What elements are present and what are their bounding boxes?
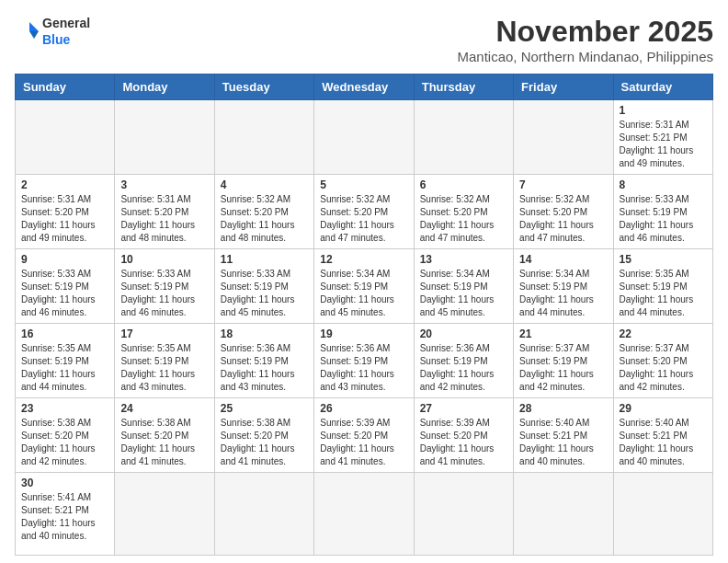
calendar-cell-w4-d1: 24Sunrise: 5:38 AM Sunset: 5:20 PM Dayli… — [115, 398, 214, 473]
day-info: Sunrise: 5:31 AM Sunset: 5:20 PM Dayligh… — [120, 193, 208, 245]
day-info: Sunrise: 5:32 AM Sunset: 5:20 PM Dayligh… — [519, 193, 607, 245]
day-number: 17 — [120, 327, 208, 340]
day-info: Sunrise: 5:33 AM Sunset: 5:19 PM Dayligh… — [221, 268, 308, 319]
day-number: 6 — [420, 178, 507, 191]
day-number: 4 — [221, 178, 308, 191]
calendar-table: Sunday Monday Tuesday Wednesday Thursday… — [15, 74, 713, 556]
logo: General Blue — [15, 15, 90, 48]
header-wednesday: Wednesday — [314, 75, 414, 100]
calendar-cell-w1-d6: 8Sunrise: 5:33 AM Sunset: 5:19 PM Daylig… — [613, 175, 712, 249]
calendar-cell-w1-d5: 7Sunrise: 5:32 AM Sunset: 5:20 PM Daylig… — [514, 175, 613, 249]
day-number: 13 — [420, 253, 507, 266]
day-number: 30 — [21, 477, 108, 489]
calendar-cell-w1-d0: 2Sunrise: 5:31 AM Sunset: 5:20 PM Daylig… — [16, 175, 115, 249]
logo-blue: Blue — [42, 32, 70, 47]
day-info: Sunrise: 5:31 AM Sunset: 5:20 PM Dayligh… — [21, 193, 108, 245]
svg-marker-1 — [29, 22, 39, 31]
calendar-cell-w2-d6: 15Sunrise: 5:35 AM Sunset: 5:19 PM Dayli… — [613, 249, 712, 324]
calendar-cell-w0-d6: 1Sunrise: 5:31 AM Sunset: 5:21 PM Daylig… — [613, 100, 712, 175]
header-thursday: Thursday — [414, 75, 513, 100]
calendar-cell-w3-d4: 20Sunrise: 5:36 AM Sunset: 5:19 PM Dayli… — [414, 324, 513, 398]
calendar-cell-w0-d3 — [314, 100, 414, 175]
day-info: Sunrise: 5:37 AM Sunset: 5:19 PM Dayligh… — [519, 342, 607, 394]
day-number: 28 — [519, 402, 607, 415]
calendar-cell-w1-d2: 4Sunrise: 5:32 AM Sunset: 5:20 PM Daylig… — [214, 175, 313, 249]
calendar-cell-w4-d0: 23Sunrise: 5:38 AM Sunset: 5:20 PM Dayli… — [16, 398, 115, 473]
generalblue-logo-icon — [15, 18, 40, 44]
calendar-cell-w0-d2 — [214, 100, 313, 175]
day-number: 8 — [620, 178, 707, 191]
day-info: Sunrise: 5:36 AM Sunset: 5:19 PM Dayligh… — [320, 342, 407, 394]
calendar-cell-w2-d2: 11Sunrise: 5:33 AM Sunset: 5:19 PM Dayli… — [214, 249, 313, 324]
day-number: 16 — [21, 327, 108, 340]
calendar-cell-w2-d1: 10Sunrise: 5:33 AM Sunset: 5:19 PM Dayli… — [115, 249, 214, 324]
day-number: 26 — [320, 402, 407, 415]
calendar-cell-w2-d5: 14Sunrise: 5:34 AM Sunset: 5:19 PM Dayli… — [514, 249, 613, 324]
calendar-cell-w4-d2: 25Sunrise: 5:38 AM Sunset: 5:20 PM Dayli… — [214, 398, 313, 473]
day-info: Sunrise: 5:38 AM Sunset: 5:20 PM Dayligh… — [221, 417, 308, 468]
header-friday: Friday — [514, 75, 613, 100]
day-number: 7 — [519, 178, 607, 191]
day-info: Sunrise: 5:36 AM Sunset: 5:19 PM Dayligh… — [420, 342, 507, 394]
calendar-cell-w5-d1 — [115, 473, 214, 556]
calendar-cell-w1-d3: 5Sunrise: 5:32 AM Sunset: 5:20 PM Daylig… — [314, 175, 414, 249]
day-info: Sunrise: 5:39 AM Sunset: 5:20 PM Dayligh… — [320, 417, 407, 468]
day-info: Sunrise: 5:37 AM Sunset: 5:20 PM Dayligh… — [620, 342, 707, 394]
calendar-cell-w4-d6: 29Sunrise: 5:40 AM Sunset: 5:21 PM Dayli… — [613, 398, 712, 473]
day-number: 23 — [21, 402, 108, 415]
calendar-cell-w3-d5: 21Sunrise: 5:37 AM Sunset: 5:19 PM Dayli… — [514, 324, 613, 398]
day-number: 14 — [519, 253, 607, 266]
day-info: Sunrise: 5:38 AM Sunset: 5:20 PM Dayligh… — [21, 417, 108, 468]
header-tuesday: Tuesday — [214, 75, 313, 100]
calendar-cell-w3-d6: 22Sunrise: 5:37 AM Sunset: 5:20 PM Dayli… — [613, 324, 712, 398]
calendar-week-0: 1Sunrise: 5:31 AM Sunset: 5:21 PM Daylig… — [16, 100, 713, 175]
calendar-week-5: 30Sunrise: 5:41 AM Sunset: 5:21 PM Dayli… — [16, 473, 713, 556]
day-info: Sunrise: 5:33 AM Sunset: 5:19 PM Dayligh… — [21, 268, 108, 319]
day-info: Sunrise: 5:40 AM Sunset: 5:21 PM Dayligh… — [519, 417, 607, 468]
day-info: Sunrise: 5:41 AM Sunset: 5:21 PM Dayligh… — [21, 491, 108, 543]
day-number: 22 — [620, 327, 707, 340]
location-subtitle: Manticao, Northern Mindanao, Philippines — [458, 49, 714, 64]
calendar-cell-w5-d5 — [514, 473, 613, 556]
day-number: 24 — [120, 402, 208, 415]
logo-general: General — [42, 16, 90, 30]
calendar-cell-w5-d6 — [613, 473, 712, 556]
svg-marker-2 — [29, 31, 39, 39]
day-info: Sunrise: 5:35 AM Sunset: 5:19 PM Dayligh… — [120, 342, 208, 394]
day-info: Sunrise: 5:36 AM Sunset: 5:19 PM Dayligh… — [221, 342, 308, 394]
day-info: Sunrise: 5:33 AM Sunset: 5:19 PM Dayligh… — [120, 268, 208, 319]
day-number: 18 — [221, 327, 308, 340]
calendar-cell-w2-d4: 13Sunrise: 5:34 AM Sunset: 5:19 PM Dayli… — [414, 249, 513, 324]
calendar-cell-w5-d0: 30Sunrise: 5:41 AM Sunset: 5:21 PM Dayli… — [16, 473, 115, 556]
calendar-cell-w2-d0: 9Sunrise: 5:33 AM Sunset: 5:19 PM Daylig… — [16, 249, 115, 324]
day-info: Sunrise: 5:31 AM Sunset: 5:21 PM Dayligh… — [620, 119, 707, 170]
title-area: November 2025 Manticao, Northern Mindana… — [458, 15, 714, 64]
header-saturday: Saturday — [613, 75, 712, 100]
day-info: Sunrise: 5:34 AM Sunset: 5:19 PM Dayligh… — [320, 268, 407, 319]
day-number: 29 — [620, 402, 707, 415]
day-number: 9 — [21, 253, 108, 266]
calendar-week-3: 16Sunrise: 5:35 AM Sunset: 5:19 PM Dayli… — [16, 324, 713, 398]
day-number: 27 — [420, 402, 507, 415]
calendar-cell-w0-d0 — [16, 100, 115, 175]
day-number: 5 — [320, 178, 407, 191]
calendar-cell-w0-d1 — [115, 100, 214, 175]
day-number: 21 — [519, 327, 607, 340]
day-number: 12 — [320, 253, 407, 266]
day-info: Sunrise: 5:39 AM Sunset: 5:20 PM Dayligh… — [420, 417, 507, 468]
day-info: Sunrise: 5:34 AM Sunset: 5:19 PM Dayligh… — [420, 268, 507, 319]
calendar-header: Sunday Monday Tuesday Wednesday Thursday… — [16, 75, 713, 100]
calendar-cell-w3-d3: 19Sunrise: 5:36 AM Sunset: 5:19 PM Dayli… — [314, 324, 414, 398]
calendar-cell-w3-d1: 17Sunrise: 5:35 AM Sunset: 5:19 PM Dayli… — [115, 324, 214, 398]
calendar-cell-w5-d2 — [214, 473, 313, 556]
day-info: Sunrise: 5:33 AM Sunset: 5:19 PM Dayligh… — [620, 193, 707, 245]
header-sunday: Sunday — [16, 75, 115, 100]
calendar-cell-w5-d4 — [414, 473, 513, 556]
day-info: Sunrise: 5:35 AM Sunset: 5:19 PM Dayligh… — [21, 342, 108, 394]
calendar-cell-w3-d0: 16Sunrise: 5:35 AM Sunset: 5:19 PM Dayli… — [16, 324, 115, 398]
day-number: 25 — [221, 402, 308, 415]
calendar-cell-w1-d4: 6Sunrise: 5:32 AM Sunset: 5:20 PM Daylig… — [414, 175, 513, 249]
day-info: Sunrise: 5:32 AM Sunset: 5:20 PM Dayligh… — [420, 193, 507, 245]
calendar-cell-w2-d3: 12Sunrise: 5:34 AM Sunset: 5:19 PM Dayli… — [314, 249, 414, 324]
calendar-cell-w5-d3 — [314, 473, 414, 556]
